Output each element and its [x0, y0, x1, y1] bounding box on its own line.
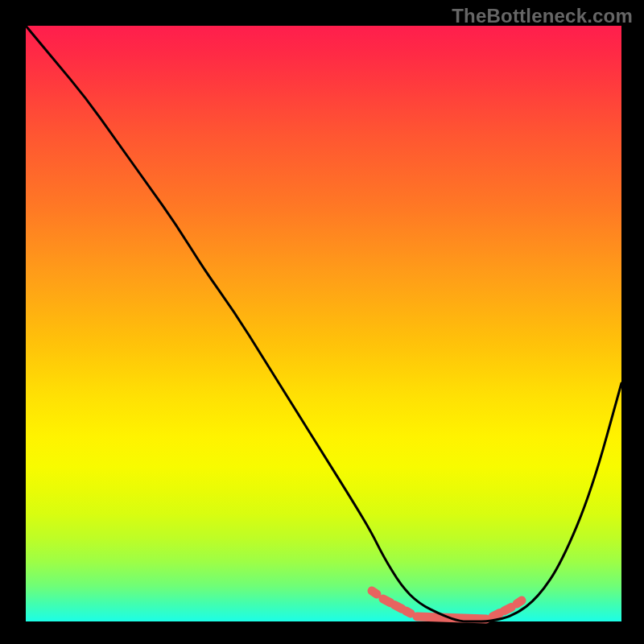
highlight-group: [372, 591, 522, 619]
highlight-right-dot: [517, 601, 522, 604]
bottleneck-curve-svg: [26, 26, 621, 621]
plot-area: [26, 26, 621, 621]
highlight-left-dot: [372, 591, 377, 594]
bottleneck-curve-line: [26, 26, 621, 621]
chart-container: TheBottleneck.com: [0, 0, 644, 644]
watermark-text: TheBottleneck.com: [452, 5, 633, 27]
highlight-left-dash: [383, 599, 411, 613]
